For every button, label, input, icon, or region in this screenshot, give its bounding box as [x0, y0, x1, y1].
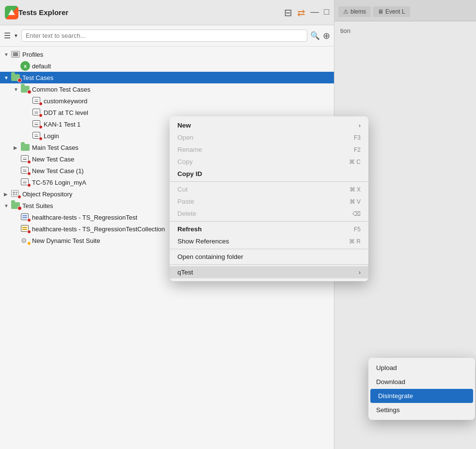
panel-icon[interactable]: ⊟	[284, 7, 292, 18]
menu-separator-4	[170, 264, 368, 265]
tc-icon-7	[20, 178, 30, 186]
menu-separator-3	[170, 249, 368, 249]
search-icon[interactable]: 🔍	[310, 31, 320, 40]
menu-refresh-shortcut: F5	[354, 226, 361, 233]
tab-event-log[interactable]: 🖥 Event L	[373, 6, 410, 17]
menu-new-label: New	[177, 122, 191, 129]
menu-open-folder-label: Open containing folder	[177, 253, 243, 260]
dynamic-suite-icon: ⚙	[20, 237, 30, 244]
menu-copy-shortcut: ⌘ C	[349, 159, 361, 165]
menu-item-refresh[interactable]: Refresh F5	[170, 223, 368, 235]
menu-cut-label: Cut	[177, 186, 188, 193]
obj-repo-icon	[11, 190, 20, 198]
test-suites-label: Test Suites	[22, 202, 53, 209]
tree-item-customkeyword[interactable]: customkeyword	[0, 95, 334, 107]
menu-item-cut[interactable]: Cut ⌘ X	[170, 183, 368, 195]
menu-copy-id-label: Copy ID	[177, 170, 202, 177]
menu-qtest-arrow-icon: ›	[359, 269, 361, 276]
customkeyword-label: customkeyword	[44, 97, 87, 105]
chevron-icon: ▼	[14, 87, 20, 92]
tree-item-common-test-cases[interactable]: ▼ Common Test Cases	[0, 83, 334, 95]
menu-paste-label: Paste	[177, 198, 194, 205]
search-input[interactable]	[21, 30, 307, 42]
menu-item-new[interactable]: New ›	[170, 119, 368, 131]
sub-menu-settings[interactable]: Settings	[368, 403, 475, 417]
title-bar: Tests Explorer ⊟ ⇄ — □	[0, 0, 334, 25]
svg-marker-0	[8, 9, 15, 15]
sub-menu-upload[interactable]: Upload	[368, 361, 475, 375]
login-label: Login	[44, 132, 59, 140]
sub-menu-download[interactable]: Download	[368, 375, 475, 389]
profiles-label: Profiles	[22, 51, 43, 58]
new-tc-label: New Test Case	[32, 156, 74, 163]
default-label: default	[32, 63, 51, 70]
tab-problems[interactable]: ⚠ blems	[338, 6, 371, 17]
tree-item-test-cases[interactable]: ▼ Test Cases	[0, 72, 334, 83]
main-folder-icon	[20, 144, 30, 151]
menu-copy-label: Copy	[177, 158, 193, 165]
menu-delete-label: Delete	[177, 210, 196, 217]
menu-open-label: Open	[177, 134, 193, 141]
menu-separator-2	[170, 221, 368, 222]
menu-open-shortcut: F3	[354, 134, 361, 141]
tc576-label: TC-576 Login_myA	[32, 179, 86, 186]
menu-item-paste[interactable]: Paste ⌘ V	[170, 195, 368, 208]
event-log-label: Event L	[385, 8, 405, 15]
problems-icon: ⚠	[343, 8, 349, 15]
chevron-icon: ▼	[4, 203, 11, 208]
menu-item-rename[interactable]: Rename F2	[170, 144, 368, 156]
add-search-icon[interactable]: ⊕	[323, 31, 330, 41]
restore-icon[interactable]: □	[324, 7, 329, 18]
common-tc-label: Common Test Cases	[32, 86, 90, 93]
common-folder-icon	[20, 85, 30, 93]
menu-rename-label: Rename	[177, 146, 202, 153]
menu-arrow-icon: ›	[359, 122, 361, 129]
right-panel-text: tion	[340, 27, 350, 34]
event-log-icon: 🖥	[378, 8, 383, 15]
menu-item-open-folder[interactable]: Open containing folder	[170, 251, 368, 263]
suite-icon-1	[20, 213, 30, 221]
problems-label: blems	[350, 8, 366, 15]
menu-item-qtest[interactable]: qTest ›	[170, 266, 368, 278]
profiles-icon	[11, 50, 20, 58]
menu-paste-shortcut: ⌘ V	[349, 198, 361, 205]
menu-item-copy[interactable]: Copy ⌘ C	[170, 156, 368, 168]
tc-icon-5	[20, 155, 30, 163]
app-icon	[5, 6, 18, 19]
disintegrate-label: Disintegrate	[378, 392, 413, 400]
menu-show-refs-label: Show References	[177, 238, 229, 245]
dynamic-suite-label: New Dynamic Test Suite	[32, 237, 100, 244]
swap-icon[interactable]: ⇄	[297, 7, 305, 18]
chevron-icon: ▶	[14, 145, 20, 150]
kan1-label: KAN-1 Test 1	[44, 121, 80, 128]
filter-icon[interactable]: ☰	[4, 31, 11, 40]
default-icon: x	[20, 62, 30, 70]
menu-item-delete[interactable]: Delete ⌫	[170, 208, 368, 220]
tree-item-profiles[interactable]: ▼ Profiles	[0, 48, 334, 60]
dropdown-arrow-icon[interactable]: ▼	[14, 33, 18, 38]
tc-icon-1	[32, 97, 42, 105]
menu-item-open[interactable]: Open F3	[170, 131, 368, 144]
settings-label: Settings	[376, 406, 400, 414]
minimize-icon[interactable]: —	[310, 7, 319, 18]
menu-delete-shortcut: ⌫	[352, 210, 361, 217]
sub-menu-disintegrate[interactable]: Disintegrate	[370, 389, 473, 403]
healthcare-ts2-label: healthcare-tests - TS_RegressionTestColl…	[32, 225, 165, 233]
context-menu: New › Open F3 Rename F2 Copy ⌘ C Copy ID…	[170, 116, 368, 281]
right-panel-content: tion	[334, 21, 476, 40]
menu-item-show-refs[interactable]: Show References ⌘ R	[170, 235, 368, 247]
tabs-bar: ⚠ blems 🖥 Event L	[334, 0, 476, 21]
chevron-icon: ▼	[4, 75, 11, 80]
obj-repo-label: Object Repository	[22, 191, 72, 198]
suite-icon-2	[20, 225, 30, 233]
chevron-icon: ▶	[4, 192, 11, 197]
tc-icon-2	[32, 109, 42, 116]
menu-item-copy-id[interactable]: Copy ID	[170, 168, 368, 180]
search-bar: ☰ ▼ 🔍 ⊕	[0, 25, 334, 47]
menu-rename-shortcut: F2	[354, 146, 361, 153]
healthcare-ts1-label: healthcare-tests - TS_RegressionTest	[32, 214, 137, 221]
main-tc-label: Main Test Cases	[32, 144, 79, 151]
menu-cut-shortcut: ⌘ X	[349, 186, 361, 193]
tree-item-default[interactable]: x default	[0, 60, 334, 72]
tc-icon-4	[32, 132, 42, 140]
